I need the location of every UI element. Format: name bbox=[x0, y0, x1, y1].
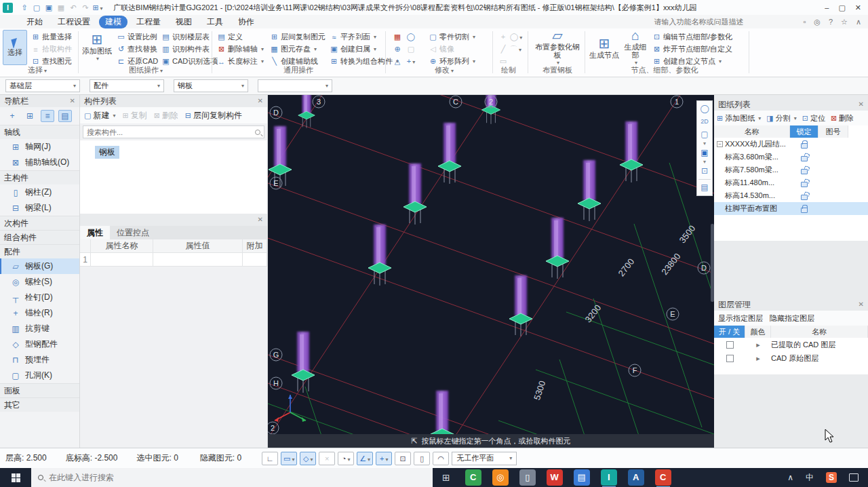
align-to-face-button[interactable]: ≈平齐到面 bbox=[330, 32, 376, 42]
taskbar-app-wps[interactable]: W bbox=[547, 469, 563, 486]
tab-position-handles[interactable]: 位置控点 bbox=[110, 226, 156, 239]
display-settings-icon[interactable]: ▤ bbox=[698, 181, 711, 194]
new-component-button[interactable]: ▢新建 bbox=[84, 110, 115, 121]
sheet-row[interactable]: −XXXXX幼儿园结... bbox=[714, 138, 868, 151]
interfloor-copy-button[interactable]: ⊟层间复制构件 bbox=[185, 110, 242, 121]
tab-tools[interactable]: 工具 bbox=[201, 16, 229, 28]
move-icon[interactable]: △ bbox=[392, 56, 403, 66]
angle-snap-button[interactable]: ◔ bbox=[338, 452, 354, 465]
add-sheet-button[interactable]: ⊞添加图纸 bbox=[717, 113, 761, 123]
group-label-node[interactable]: 节点、细部、参数化 bbox=[610, 65, 719, 75]
taskbar-app-gjg[interactable]: I bbox=[601, 469, 617, 486]
taskbar-app-recorder[interactable]: C bbox=[655, 469, 671, 486]
nav-section-other[interactable]: 其它 bbox=[0, 397, 79, 412]
generate-node-button[interactable]: ⊞ 生成节点 bbox=[589, 30, 620, 65]
maximize-button[interactable]: ▢ bbox=[838, 3, 845, 12]
show-layers-button[interactable]: 显示指定图层 bbox=[718, 313, 763, 324]
column-display-button[interactable]: ▯ bbox=[414, 452, 430, 465]
nav-section-accessories[interactable]: 配件 bbox=[0, 244, 79, 258]
angle-measure-button[interactable]: ∠ bbox=[357, 452, 373, 465]
tab-project-settings[interactable]: 工程设置 bbox=[52, 16, 96, 28]
favorites-icon[interactable]: ☆ bbox=[841, 18, 848, 26]
sheet-row[interactable]: 标高11.480m... bbox=[714, 176, 868, 189]
nav-section-axes[interactable]: 轴线 bbox=[0, 125, 79, 139]
split-sheet-button[interactable]: ◨分割 bbox=[766, 113, 796, 123]
wireframe-view-icon[interactable]: ▢ bbox=[698, 128, 711, 141]
delete-component-button[interactable]: ⊠删除 bbox=[154, 110, 178, 121]
help-icon[interactable]: ? bbox=[829, 18, 833, 26]
nav-item-hole[interactable]: ▢孔洞(K) bbox=[0, 368, 79, 383]
place-parametric-plate-button[interactable]: ▱ 布置参数化钢板 bbox=[534, 30, 580, 65]
stretch-icon[interactable]: ▢ bbox=[406, 44, 416, 54]
shaded-view-icon[interactable]: ▣ bbox=[698, 147, 711, 159]
rotate-3d-icon[interactable]: + bbox=[406, 56, 416, 66]
convert-to-composite-button[interactable]: ⊞转换为组合构件 bbox=[330, 56, 399, 66]
draw-point-icon[interactable]: + bbox=[498, 32, 509, 42]
shaded-dropdown-icon[interactable]: ▾ bbox=[698, 159, 711, 165]
draw-arc-icon[interactable]: ⌒ bbox=[510, 44, 521, 54]
redo-icon[interactable]: ↷ bbox=[79, 2, 92, 13]
function-search-input[interactable] bbox=[654, 18, 803, 26]
zoom-fit-icon[interactable]: ⊡ bbox=[698, 165, 711, 178]
wireframe-dropdown-icon[interactable]: ▾ bbox=[698, 141, 711, 147]
taskbar-app-cad[interactable]: A bbox=[628, 469, 644, 486]
mirror-button[interactable]: ◁镜像 bbox=[429, 44, 454, 54]
save-icon[interactable]: ▦ bbox=[55, 2, 67, 13]
tree-collapse-icon[interactable]: − bbox=[717, 141, 723, 147]
sheet-col-lock[interactable]: 锁定 bbox=[790, 125, 818, 138]
taskbar-app-glodon-doc[interactable]: ▤ bbox=[574, 469, 590, 486]
explode-node-detail-button[interactable]: ⊠炸开节点细部/自定义 bbox=[652, 44, 732, 54]
notifications-icon[interactable] bbox=[849, 473, 859, 482]
tab-modeling[interactable]: 建模 bbox=[99, 16, 127, 28]
pick-component-button[interactable]: ≡拾取构件 bbox=[31, 44, 72, 54]
nav-modules-icon[interactable]: ⊞ bbox=[23, 110, 37, 122]
nav-item-steel-accessory[interactable]: ◇型钢配件 bbox=[0, 336, 79, 352]
save-element-button[interactable]: ▦图元存盘 bbox=[270, 44, 317, 54]
group-label-common-ops[interactable]: 通用操作 bbox=[271, 65, 326, 75]
copy-icon[interactable]: ⊕ bbox=[392, 44, 403, 54]
layer-visibility-checkbox[interactable] bbox=[726, 341, 734, 349]
lock-icon[interactable] bbox=[801, 208, 808, 213]
quick-access-menu-icon[interactable]: ⊞ bbox=[92, 2, 104, 13]
layer-color-expander-icon[interactable]: ▸ bbox=[745, 354, 771, 363]
batch-select-button[interactable]: ⊞批量选择 bbox=[31, 32, 72, 42]
view-2d-icon[interactable]: 2D bbox=[698, 115, 711, 128]
nav-panel-view-icon[interactable]: ▤ bbox=[58, 110, 72, 122]
new-file-icon[interactable]: ▢ bbox=[31, 2, 43, 13]
rotate-icon[interactable]: ◯ bbox=[406, 32, 416, 42]
delete-aux-axis-button[interactable]: ⊠删除辅轴 bbox=[217, 44, 264, 54]
layer-color-expander-icon[interactable]: ▸ bbox=[745, 340, 771, 349]
add-drawing-button[interactable]: ⊞ 添加图纸 bbox=[81, 30, 113, 65]
delete-sheet-button[interactable]: ⊠删除 bbox=[831, 113, 854, 123]
sheet-col-name[interactable]: 名称 bbox=[714, 125, 790, 138]
task-view-icon[interactable]: ⊞ bbox=[442, 472, 450, 483]
sheet-col-number[interactable]: 图号 bbox=[818, 125, 848, 138]
identify-floor-table-button[interactable]: ▤识别楼层表 bbox=[161, 32, 210, 42]
group-label-select[interactable]: 选择 bbox=[14, 65, 61, 75]
taskbar-search-input[interactable] bbox=[49, 473, 401, 482]
tab-view[interactable]: 视图 bbox=[170, 16, 198, 28]
minimize-button[interactable]: – bbox=[825, 3, 829, 12]
nav-item-embedded-part[interactable]: ⊓预埋件 bbox=[0, 352, 79, 368]
zoom-window-button[interactable]: ⊡ bbox=[395, 452, 411, 465]
edit-node-detail-button[interactable]: ⊡编辑节点细部/参数化 bbox=[652, 32, 732, 42]
taskbar-app-browser[interactable]: ◎ bbox=[492, 469, 509, 486]
part-cut-button[interactable]: ▢零件切割 bbox=[429, 32, 475, 42]
publish-icon[interactable]: ⇧ bbox=[18, 2, 31, 13]
view-cube-button[interactable]: ◇ bbox=[300, 452, 316, 465]
model-viewport[interactable]: 3 C 2 1 D E G H D E F 2 3500 23800 bbox=[268, 95, 714, 448]
layer-col-name[interactable]: 名称 bbox=[771, 326, 868, 338]
viewport-canvas[interactable]: 3 C 2 1 D E G H D E F 2 3500 23800 bbox=[268, 95, 714, 448]
create-ownership-button[interactable]: ▣创建归属 bbox=[330, 44, 376, 54]
group-label-sheet-ops[interactable]: 图纸操作 bbox=[115, 65, 176, 75]
sheet-row-selected[interactable]: 柱脚平面布置图 bbox=[714, 202, 868, 215]
draw-circle-icon[interactable]: ◯ bbox=[510, 32, 521, 42]
taskbar-app-camtasia[interactable]: C bbox=[465, 469, 481, 486]
layer-visibility-checkbox[interactable] bbox=[726, 355, 734, 362]
group-label-plate[interactable]: 布置钢板 bbox=[537, 65, 578, 75]
fillet-button[interactable]: ◠ bbox=[433, 452, 449, 465]
generate-detail-button[interactable]: ⌂ 生成细部 bbox=[621, 30, 650, 65]
define-button[interactable]: ▤定义 bbox=[217, 32, 243, 42]
nav-item-shear-key[interactable]: ▥抗剪键 bbox=[0, 321, 79, 336]
group-label-draw[interactable]: 绘制 bbox=[494, 65, 524, 75]
